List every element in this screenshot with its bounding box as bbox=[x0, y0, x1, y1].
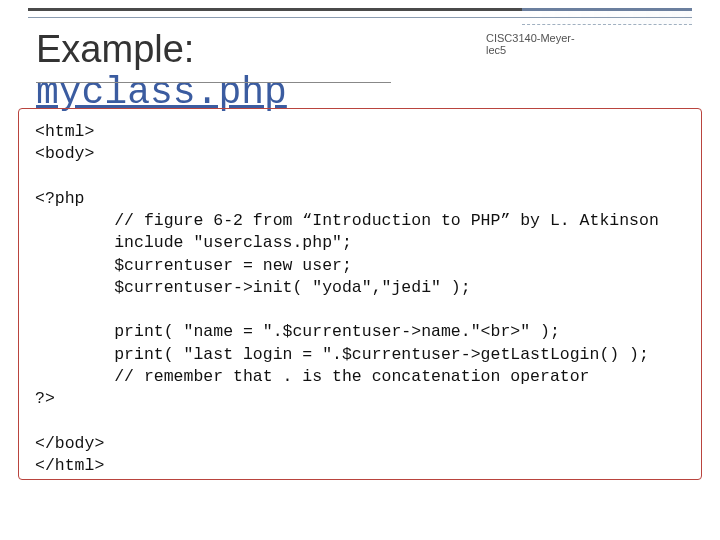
code-line: $currentuser = new user; bbox=[35, 256, 352, 275]
title-underline bbox=[36, 82, 391, 83]
code-line: print( "name = ".$currentuser->name."<br… bbox=[35, 322, 560, 341]
code-line: <html> bbox=[35, 122, 94, 141]
code-line: // remember that . is the concatenation … bbox=[35, 367, 590, 386]
title-prefix-text: Example: bbox=[36, 28, 194, 70]
code-line: include "userclass.php"; bbox=[35, 233, 352, 252]
code-line: <body> bbox=[35, 144, 94, 163]
code-line: print( "last login = ".$currentuser->get… bbox=[35, 345, 649, 364]
title-prefix: Example: myclass.php bbox=[36, 28, 446, 114]
code-line: $currentuser->init( "yoda","jedi" ); bbox=[35, 278, 471, 297]
code-line: <?php bbox=[35, 189, 85, 208]
code-line: </html> bbox=[35, 456, 104, 475]
slide-header-right: CISC3140-Meyer-lec5 bbox=[486, 28, 684, 56]
slide-header: Example: myclass.php CISC3140-Meyer-lec5 bbox=[36, 28, 684, 114]
slide-top-rule bbox=[28, 8, 692, 18]
code-line: ?> bbox=[35, 389, 55, 408]
code-block: <html> <body> <?php // figure 6-2 from “… bbox=[18, 108, 702, 480]
code-line: // figure 6-2 from “Introduction to PHP”… bbox=[35, 211, 659, 230]
code-line: </body> bbox=[35, 434, 104, 453]
